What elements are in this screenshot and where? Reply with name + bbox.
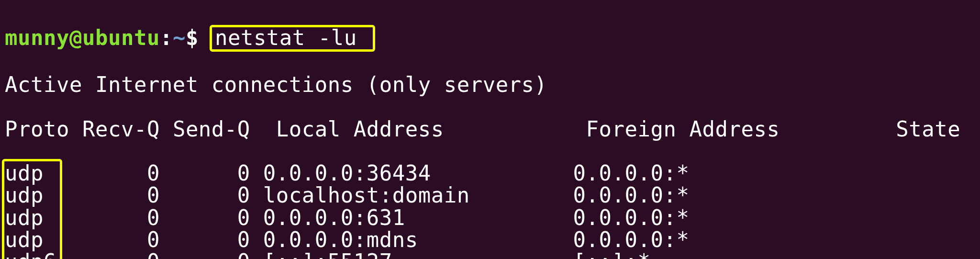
prompt-line: munny@ubuntu:~$ netstat -lu <box>5 25 975 52</box>
cell-foreign: 0.0.0.0:* <box>573 183 883 207</box>
cell-local: localhost:domain <box>263 183 573 207</box>
cell-sendq: 0 <box>173 183 263 207</box>
cell-proto: udp <box>5 161 82 185</box>
cell-sendq: 0 <box>173 227 263 252</box>
cell-local: 0.0.0.0:mdns <box>263 227 573 252</box>
cell-foreign: [::]:* <box>573 249 883 259</box>
cell-recvq: 0 <box>82 227 173 252</box>
col-foreign: Foreign Address <box>586 117 896 141</box>
col-local: Local Address <box>263 117 586 141</box>
cell-foreign: 0.0.0.0:* <box>573 227 883 252</box>
table-row: udp 0 0 0.0.0.0:mdns 0.0.0.0:* <box>5 229 975 251</box>
col-recvq: Recv-Q <box>82 117 173 141</box>
cell-proto: udp <box>5 205 82 230</box>
prompt-path: ~ <box>173 25 186 50</box>
cell-foreign: 0.0.0.0:* <box>573 205 883 230</box>
cell-sendq: 0 <box>173 249 263 259</box>
cell-local: 0.0.0.0:36434 <box>263 161 573 185</box>
cell-foreign: 0.0.0.0:* <box>573 161 883 185</box>
output-header: Active Internet connections (only server… <box>5 74 975 96</box>
col-proto: Proto <box>5 117 82 141</box>
table-rows: udp 0 0 0.0.0.0:36434 0.0.0.0:* udp 0 0 … <box>5 162 975 259</box>
command-text: netstat -lu <box>215 25 370 50</box>
cell-recvq: 0 <box>82 205 173 230</box>
prompt-user: munny <box>5 25 69 50</box>
col-sendq: Send-Q <box>173 117 263 141</box>
cell-recvq: 0 <box>82 161 173 185</box>
table-row: udp 0 0 0.0.0.0:631 0.0.0.0:* <box>5 207 975 229</box>
terminal-output[interactable]: munny@ubuntu:~$ netstat -lu Active Inter… <box>0 0 980 259</box>
cell-recvq: 0 <box>82 183 173 207</box>
cell-proto: udp <box>5 227 82 252</box>
prompt-colon: : <box>160 25 173 50</box>
cell-local: 0.0.0.0:631 <box>263 205 573 230</box>
table-row: udp 0 0 localhost:domain 0.0.0.0:* <box>5 184 975 206</box>
cell-sendq: 0 <box>173 205 263 230</box>
cell-sendq: 0 <box>173 161 263 185</box>
prompt-at: @ <box>69 25 82 50</box>
cell-proto: udp6 <box>5 249 82 259</box>
cell-local: [::]:55127 <box>263 249 573 259</box>
col-state: State <box>896 117 960 141</box>
table-row: udp 0 0 0.0.0.0:36434 0.0.0.0:* <box>5 162 975 184</box>
command-highlight-box: netstat -lu <box>210 25 375 52</box>
column-header-line: Proto Recv-Q Send-Q Local Address Foreig… <box>5 118 975 140</box>
prompt-host: ubuntu <box>82 25 160 50</box>
cell-recvq: 0 <box>82 249 173 259</box>
table-row: udp6 0 0 [::]:55127 [::]:* <box>5 251 975 259</box>
cell-proto: udp <box>5 183 82 207</box>
prompt-dollar: $ <box>186 25 199 50</box>
